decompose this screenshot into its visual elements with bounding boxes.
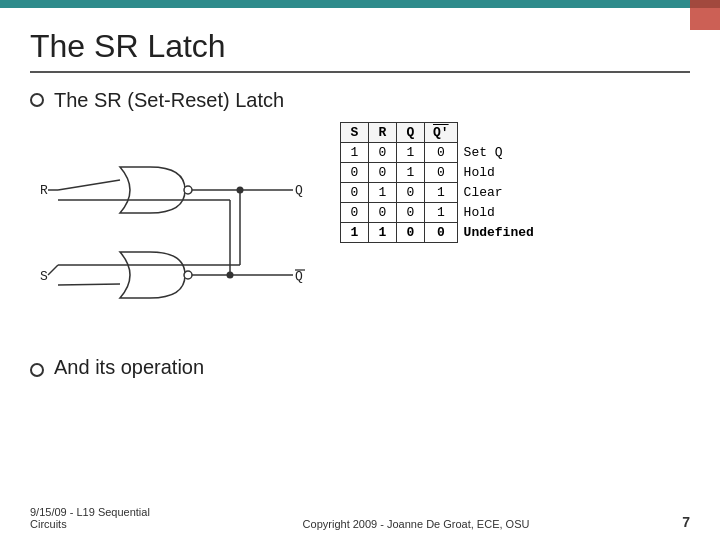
table-cell-s: 0 [341,183,369,203]
table-cell-label: Undefined [457,223,542,243]
diagram-area: R S Q Q [30,122,690,342]
table-cell-qp: 1 [425,183,458,203]
svg-point-6 [184,271,192,279]
table-cell-s: 1 [341,223,369,243]
table-cell-r: 0 [369,143,397,163]
bullet-item-2: And its operation [30,356,690,379]
col-header-r: R [369,123,397,143]
table-cell-label: Clear [457,183,542,203]
table-cell-qp: 0 [425,143,458,163]
title-divider [30,71,690,73]
truth-table: S R Q Q' 1 0 1 0 Set Q 0 0 1 0 Hold 0 [340,122,542,243]
col-header-s: S [341,123,369,143]
circuit-svg: R S Q Q [30,122,320,342]
top-accent-bar [0,0,720,8]
table-cell-qp: 1 [425,203,458,223]
svg-text:R: R [40,183,48,198]
table-cell-q: 1 [397,163,425,183]
table-cell-s: 0 [341,163,369,183]
circuit-diagram: R S Q Q [30,122,320,342]
bullet-text-2: And its operation [54,356,204,379]
footer-left-line1: 9/15/09 - L19 Sequential [30,506,150,518]
bullet-circle-1 [30,93,44,107]
bullet-circle-2 [30,363,44,377]
table-cell-s: 1 [341,143,369,163]
table-cell-label: Hold [457,163,542,183]
table-cell-r: 0 [369,203,397,223]
table-cell-r: 1 [369,183,397,203]
bullet-text-1: The SR (Set-Reset) Latch [54,89,284,112]
table-cell-r: 0 [369,163,397,183]
svg-text:S: S [40,269,48,284]
svg-text:Q: Q [295,183,303,198]
svg-text:Q: Q [295,269,303,284]
table-cell-qp: 0 [425,223,458,243]
table-cell-label: Set Q [457,143,542,163]
col-header-qp: Q' [425,123,458,143]
svg-point-15 [237,187,244,194]
footer-left: 9/15/09 - L19 Sequential Circuits [30,506,150,530]
footer-left-line2: Circuits [30,518,150,530]
svg-line-10 [58,284,120,285]
table-cell-q: 0 [397,223,425,243]
page-title: The SR Latch [30,28,690,65]
footer-page-number: 7 [682,514,690,530]
svg-point-5 [184,186,192,194]
table-cell-q: 0 [397,203,425,223]
table-cell-r: 1 [369,223,397,243]
footer: 9/15/09 - L19 Sequential Circuits Copyri… [30,506,690,530]
col-header-q: Q [397,123,425,143]
svg-point-18 [227,272,234,279]
table-cell-s: 0 [341,203,369,223]
bullet-item-1: The SR (Set-Reset) Latch [30,89,690,112]
table-cell-label: Hold [457,203,542,223]
table-cell-qp: 0 [425,163,458,183]
table-cell-q: 1 [397,143,425,163]
table-cell-q: 0 [397,183,425,203]
svg-line-7 [58,180,120,190]
svg-line-20 [48,265,58,275]
truth-table-container: S R Q Q' 1 0 1 0 Set Q 0 0 1 0 Hold 0 [340,122,690,243]
footer-center: Copyright 2009 - Joanne De Groat, ECE, O… [303,518,530,530]
